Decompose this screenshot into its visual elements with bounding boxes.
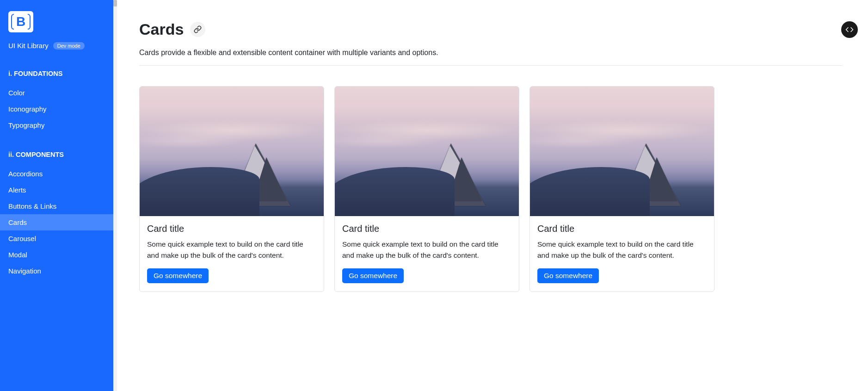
cards-grid: Card title Some quick example text to bu… (139, 86, 842, 292)
logo-letter: B (16, 14, 25, 29)
nav-section-components: ii. COMPONENTS Accordions Alerts Buttons… (0, 146, 113, 279)
sidebar-item-navigation[interactable]: Navigation (0, 263, 113, 279)
hill-graphic (335, 167, 455, 216)
hill-graphic (530, 167, 650, 216)
dev-mode-badge: Dev mode (53, 42, 85, 50)
library-name: UI Kit Library (8, 42, 49, 50)
page-title: Cards (139, 20, 184, 38)
nav-section-title: i. FOUNDATIONS (0, 65, 113, 82)
sidebar-item-accordions[interactable]: Accordions (0, 166, 113, 182)
code-toggle-button[interactable] (841, 21, 858, 38)
card-text: Some quick example text to build on the … (342, 239, 511, 261)
main-content: Cards Cards provide a flexible and exten… (113, 0, 868, 391)
card-action-button[interactable]: Go somewhere (147, 268, 209, 283)
library-label-row: UI Kit Library Dev mode (0, 42, 113, 50)
brand-logo[interactable]: B (8, 11, 33, 32)
logo-section: B (0, 11, 113, 42)
card-image (335, 87, 519, 216)
card: Card title Some quick example text to bu… (529, 86, 714, 292)
sidebar-item-modal[interactable]: Modal (0, 247, 113, 263)
sidebar-item-buttons-links[interactable]: Buttons & Links (0, 198, 113, 214)
sidebar-item-alerts[interactable]: Alerts (0, 182, 113, 198)
card-title: Card title (147, 223, 316, 234)
sidebar-item-cards[interactable]: Cards (0, 214, 113, 230)
link-icon (194, 25, 202, 33)
sidebar-item-typography[interactable]: Typography (0, 117, 113, 133)
sidebar-item-color[interactable]: Color (0, 85, 113, 101)
sidebar: B UI Kit Library Dev mode i. FOUNDATIONS… (0, 0, 113, 391)
card-image (140, 87, 324, 216)
card-title: Card title (537, 223, 707, 234)
card-text: Some quick example text to build on the … (147, 239, 316, 261)
card-action-button[interactable]: Go somewhere (537, 268, 599, 283)
card-image (530, 87, 714, 216)
sidebar-item-iconography[interactable]: Iconography (0, 101, 113, 117)
card-body: Card title Some quick example text to bu… (335, 216, 519, 292)
card: Card title Some quick example text to bu… (139, 86, 324, 292)
card: Card title Some quick example text to bu… (334, 86, 519, 292)
card-text: Some quick example text to build on the … (537, 239, 707, 261)
card-title: Card title (342, 223, 511, 234)
card-body: Card title Some quick example text to bu… (140, 216, 324, 292)
nav-section-title: ii. COMPONENTS (0, 146, 113, 163)
card-action-button[interactable]: Go somewhere (342, 268, 404, 283)
page-header: Cards (139, 20, 842, 38)
nav-section-foundations: i. FOUNDATIONS Color Iconography Typogra… (0, 65, 113, 133)
anchor-link-button[interactable] (190, 22, 205, 37)
page-description: Cards provide a flexible and extensible … (139, 49, 842, 57)
code-icon (845, 25, 854, 34)
hill-graphic (140, 167, 259, 216)
section-divider (139, 65, 842, 66)
sidebar-item-carousel[interactable]: Carousel (0, 230, 113, 247)
card-body: Card title Some quick example text to bu… (530, 216, 714, 292)
